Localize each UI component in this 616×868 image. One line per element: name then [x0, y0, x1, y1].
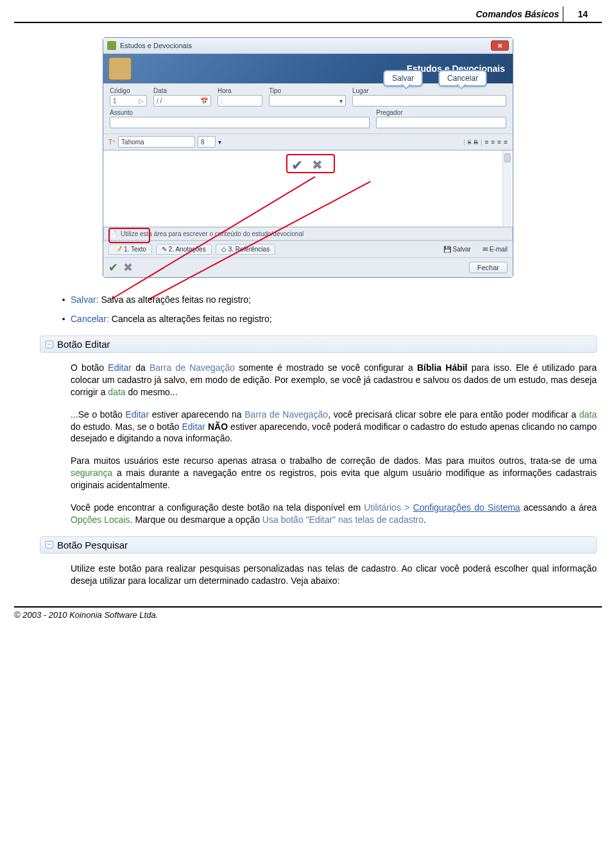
align-center-icon[interactable]: ≡ [491, 139, 495, 146]
highlight-box-top [286, 154, 335, 173]
label-hora: Hora [218, 87, 262, 94]
tab-referencias[interactable]: ◇ 3. Referências [216, 244, 275, 255]
align-justify-icon[interactable]: ≡ [504, 139, 508, 146]
align-right-icon[interactable]: ≡ [497, 139, 501, 146]
link-config-sistema[interactable]: Configurações do Sistema [413, 502, 520, 513]
content-hint: 📄 Utilize esta área para escrever o cont… [103, 227, 513, 241]
tab-anotacoes[interactable]: ✎ 2. Anotações [156, 244, 212, 255]
size-select[interactable]: 8 [198, 136, 216, 148]
collapse-icon[interactable]: − [46, 341, 53, 348]
editar-p4: Você pode encontrar a configuração deste… [71, 502, 597, 526]
tab-texto[interactable]: 📝 1. Texto [108, 244, 152, 255]
section-botao-pesquisar[interactable]: − Botão Pesquisar [40, 536, 597, 554]
highlight-box-bottom [108, 228, 150, 243]
footer-copyright: © 2003 - 2010 Koinonia Software Ltda. [14, 606, 602, 620]
header-title: Comandos Básicos [472, 6, 563, 22]
bullet-cancelar: Cancelar: Cancela as alterações feitas n… [71, 314, 597, 324]
rich-toolbar: T⁺ Tahoma 8 ▾ Salvar Cancelar | S R | ≡ … [103, 134, 513, 150]
close-button[interactable]: Fechar [469, 262, 508, 273]
callout-cancelar: Cancelar [438, 70, 487, 87]
banner-icon [108, 57, 132, 80]
r-icon[interactable]: R [474, 139, 478, 146]
align-left-icon[interactable]: ≡ [485, 139, 489, 146]
app-window: Estudos e Devocionais ✕ Estudos e Devoci… [103, 37, 513, 278]
input-hora[interactable]: : [218, 95, 262, 106]
dropdown-icon[interactable]: ▾ [218, 139, 221, 146]
input-codigo[interactable]: 1▷ [110, 95, 147, 106]
editar-p3: Para muitos usuários este recurso apenas… [71, 455, 597, 491]
editar-p1: O botão Editar da Barra de Navegação som… [71, 362, 597, 398]
app-icon [107, 41, 116, 50]
window-title: Estudos e Devocionais [120, 42, 192, 49]
section-title: Botão Editar [57, 339, 110, 350]
collapse-icon[interactable]: − [46, 541, 53, 549]
editar-p2: ...Se o botão Editar estiver aparecendo … [71, 409, 597, 445]
section-title: Botão Pesquisar [57, 540, 128, 550]
bullet-salvar: Salvar: Salva as alterações feitas no re… [71, 294, 597, 305]
input-pregador[interactable] [376, 117, 506, 128]
approve-check-icon[interactable]: ✔ [108, 260, 118, 275]
scrollbar[interactable] [502, 151, 511, 226]
pesquisar-p1: Utilize este botão para realizar pesquis… [71, 563, 597, 587]
approve-x-icon[interactable]: ✖ [123, 260, 133, 275]
label-tipo: Tipo [269, 87, 346, 94]
close-icon[interactable]: ✕ [491, 40, 509, 51]
section-botao-editar[interactable]: − Botão Editar [40, 336, 597, 353]
input-data[interactable]: / /📅 [153, 95, 211, 106]
input-lugar[interactable] [352, 95, 506, 106]
header-page-number: 14 [563, 6, 602, 22]
label-assunto: Assunto [110, 109, 370, 116]
callout-salvar: Salvar [383, 70, 423, 87]
label-lugar: Lugar [352, 87, 506, 94]
font-select[interactable]: Tahoma [118, 136, 195, 148]
page-header: Comandos Básicos 14 [14, 6, 602, 23]
window-titlebar: Estudos e Devocionais ✕ [103, 38, 513, 54]
label-codigo: Código [110, 87, 147, 94]
label-data: Data [153, 87, 211, 94]
label-pregador: Pregador [376, 109, 506, 116]
email-button[interactable]: ✉ E-mail [483, 246, 508, 253]
s-icon[interactable]: S [468, 139, 472, 146]
input-tipo[interactable]: ▾ [269, 95, 346, 106]
input-assunto[interactable] [110, 117, 370, 128]
save-button[interactable]: 💾 Salvar [443, 246, 471, 253]
